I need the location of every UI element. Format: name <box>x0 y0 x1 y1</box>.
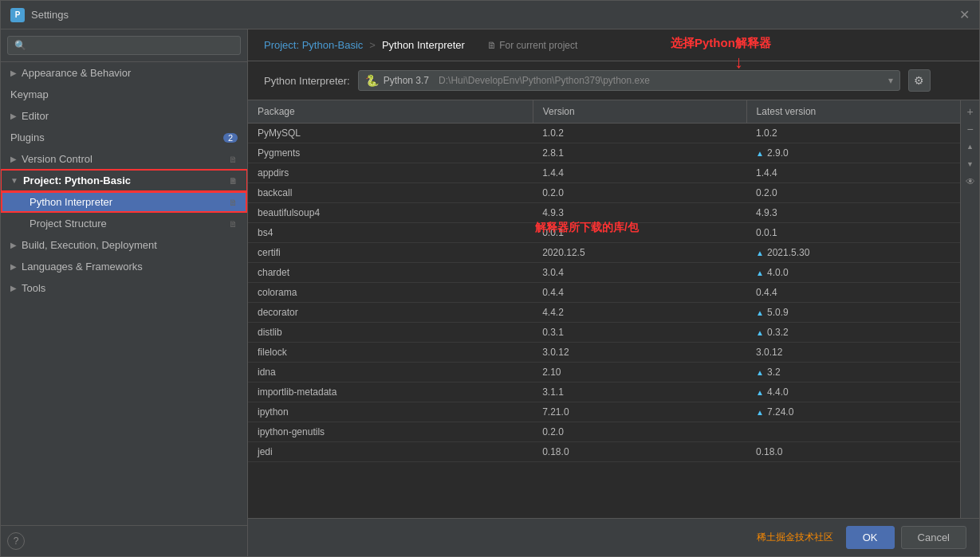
expand-icon: ▶ <box>10 241 17 249</box>
latest-version-value: 5.0.9 <box>767 307 789 318</box>
add-package-button[interactable]: + <box>962 104 978 120</box>
sidebar-item-python-interpreter[interactable]: Python Interpreter 🗎 <box>1 191 247 213</box>
cell-version: 2.8.1 <box>533 143 746 163</box>
table-row: bs40.0.10.0.1 <box>248 223 960 243</box>
ok-button[interactable]: OK <box>846 526 895 549</box>
cell-version: 3.0.12 <box>533 343 746 363</box>
latest-version-cell: ▲7.24.0 <box>756 406 950 418</box>
cell-latest: ▲0.3.2 <box>746 323 960 343</box>
interpreter-select-dropdown[interactable]: 🐍 Python 3.7 D:\Hui\DevelopEnv\Python\Py… <box>358 70 900 91</box>
scroll-up-button[interactable]: ▲ <box>962 139 978 155</box>
sidebar-item-project-python-basic[interactable]: ▼ Project: Python-Basic 🗎 <box>1 170 247 191</box>
help-button[interactable]: ? <box>7 532 25 550</box>
table-toolbar: + − ▲ ▼ 👁 <box>960 100 979 518</box>
table-row: PyMySQL1.0.21.0.2 <box>248 124 960 143</box>
cell-package: filelock <box>248 343 533 363</box>
interpreter-path: D:\Hui\DevelopEnv\Python\Python379\pytho… <box>439 75 884 86</box>
latest-version-cell: ▲4.0.0 <box>756 267 950 278</box>
copy-icon: 🗎 <box>229 155 238 164</box>
sidebar-nav: ▶ Appearance & Behavior Keymap ▶ Editor … <box>1 62 247 525</box>
cell-package: appdirs <box>248 163 533 183</box>
cell-version: 3.1.1 <box>533 382 746 402</box>
sidebar: ▶ Appearance & Behavior Keymap ▶ Editor … <box>1 29 248 556</box>
latest-version-cell: ▲0.3.2 <box>756 327 950 338</box>
sidebar-item-label: Plugins <box>10 131 45 143</box>
sidebar-item-keymap[interactable]: Keymap <box>1 84 247 105</box>
sidebar-item-appearance[interactable]: ▶ Appearance & Behavior <box>1 62 247 84</box>
cell-latest <box>746 422 960 442</box>
table-row: filelock3.0.123.0.12 <box>248 343 960 363</box>
sidebar-item-version-control[interactable]: ▶ Version Control 🗎 <box>1 148 247 170</box>
cell-version: 7.21.0 <box>533 402 746 422</box>
expand-icon: ▼ <box>10 176 18 185</box>
breadcrumb-current: Python Interpreter <box>382 39 465 51</box>
cell-package: beautifulsoup4 <box>248 203 533 223</box>
upgrade-arrow-icon: ▲ <box>756 368 764 377</box>
table-row: importlib-metadata3.1.1▲4.4.0 <box>248 382 960 402</box>
plugins-badge: 2 <box>223 133 238 143</box>
breadcrumb-project-link[interactable]: Project: Python-Basic <box>264 39 363 51</box>
cell-latest: ▲4.0.0 <box>746 263 960 283</box>
package-table: Package Version Latest version PyMySQL1.… <box>248 100 960 518</box>
cell-version: 0.2.0 <box>533 183 746 203</box>
remove-package-button[interactable]: − <box>962 121 978 137</box>
sidebar-item-languages[interactable]: ▶ Languages & Frameworks <box>1 256 247 277</box>
col-latest[interactable]: Latest version <box>746 100 960 124</box>
cell-package: ipython-genutils <box>248 422 533 442</box>
cell-latest: ▲2.9.0 <box>746 143 960 163</box>
sidebar-item-editor[interactable]: ▶ Editor <box>1 105 247 127</box>
cell-latest: 1.4.4 <box>746 163 960 183</box>
cell-package: colorama <box>248 283 533 303</box>
cell-latest: 0.0.1 <box>746 223 960 243</box>
latest-version-cell: ▲4.4.0 <box>756 386 950 398</box>
scroll-down-button[interactable]: ▼ <box>962 156 978 172</box>
table-row: idna2.10▲3.2 <box>248 363 960 382</box>
latest-version-value: 0.3.2 <box>767 327 789 338</box>
cell-package: chardet <box>248 263 533 283</box>
latest-version-value: 2.9.0 <box>767 147 789 159</box>
cell-latest: ▲7.24.0 <box>746 402 960 422</box>
table-row: appdirs1.4.41.4.4 <box>248 163 960 183</box>
cell-package: Pygments <box>248 143 533 163</box>
cell-package: backcall <box>248 183 533 203</box>
cell-version: 0.4.4 <box>533 283 746 303</box>
col-version[interactable]: Version <box>533 100 746 124</box>
chevron-down-icon: ▾ <box>888 75 893 86</box>
cell-version: 0.2.0 <box>533 422 746 442</box>
latest-version-cell: ▲3.2 <box>756 367 950 378</box>
upgrade-arrow-icon: ▲ <box>756 388 764 397</box>
latest-version-value: 7.24.0 <box>767 406 793 418</box>
copy-icon: 🗎 <box>229 219 238 229</box>
upgrade-arrow-icon: ▲ <box>756 249 764 257</box>
cell-package: idna <box>248 363 533 382</box>
cell-version: 1.0.2 <box>533 124 746 143</box>
upgrade-arrow-icon: ▲ <box>756 149 764 158</box>
main-panel: 选择Python解释器 ↓ 解释器所下载的库/包 Project: Python… <box>248 29 979 556</box>
search-input[interactable] <box>7 36 241 55</box>
cell-latest: 3.0.12 <box>746 343 960 363</box>
latest-version-cell: ▲5.0.9 <box>756 307 950 318</box>
interpreter-label: Python Interpreter: <box>264 75 350 87</box>
cancel-button[interactable]: Cancel <box>901 526 966 549</box>
latest-version-cell: ▲2.9.0 <box>756 147 950 159</box>
interpreter-settings-button[interactable]: ⚙ <box>908 69 931 92</box>
table-row: certifi2020.12.5▲2021.5.30 <box>248 243 960 263</box>
table-row: ipython7.21.0▲7.24.0 <box>248 402 960 422</box>
sidebar-item-build[interactable]: ▶ Build, Execution, Deployment <box>1 234 247 256</box>
sidebar-item-plugins[interactable]: Plugins 2 <box>1 127 247 148</box>
col-package[interactable]: Package <box>248 100 533 124</box>
table-row: ipython-genutils0.2.0 <box>248 422 960 442</box>
table-row: chardet3.0.4▲4.0.0 <box>248 263 960 283</box>
sidebar-item-label: Keymap <box>10 88 49 100</box>
sidebar-item-tools[interactable]: ▶ Tools <box>1 277 247 299</box>
python-version: Python 3.7 <box>384 75 429 86</box>
table-row: decorator4.4.2▲5.0.9 <box>248 303 960 323</box>
expand-icon: ▶ <box>10 155 17 163</box>
cell-version: 2.10 <box>533 363 746 382</box>
close-button[interactable]: ✕ <box>959 7 970 22</box>
sidebar-bottom: ? <box>1 525 247 556</box>
cell-latest: ▲5.0.9 <box>746 303 960 323</box>
sidebar-item-label: Project: Python-Basic <box>23 175 131 186</box>
eye-button[interactable]: 👁 <box>962 174 978 190</box>
sidebar-item-project-structure[interactable]: Project Structure 🗎 <box>1 213 247 234</box>
